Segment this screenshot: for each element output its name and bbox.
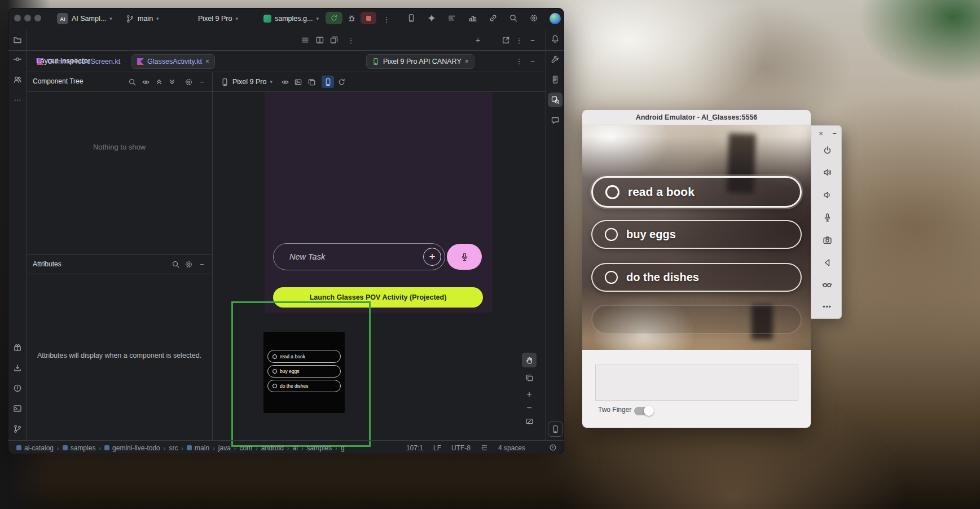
user-avatar[interactable] xyxy=(550,13,561,24)
tree-settings-button[interactable] xyxy=(182,76,195,88)
tree-search-button[interactable] xyxy=(126,76,138,88)
breadcrumb-item[interactable]: ai-catalog xyxy=(16,444,54,452)
window-close-button[interactable] xyxy=(14,15,21,21)
detach-editor-button[interactable] xyxy=(327,33,341,47)
breadcrumb-item[interactable]: src xyxy=(169,444,178,452)
breadcrumb-item[interactable]: samples xyxy=(307,444,332,452)
editor-more-menu[interactable]: ⋮ xyxy=(346,36,355,45)
search-everywhere-button[interactable] xyxy=(507,11,520,25)
notifications-button[interactable] xyxy=(548,32,562,46)
emulator-title-bar[interactable]: Android Emulator - AI_Glasses:5556 xyxy=(582,110,811,125)
layout-inspector-tool-button[interactable] xyxy=(548,93,562,107)
task-pill[interactable]: do the dishes xyxy=(591,263,802,292)
profiler-button[interactable] xyxy=(466,11,480,25)
sdk-install-button[interactable] xyxy=(11,361,24,375)
attributes-search-button[interactable] xyxy=(169,258,182,270)
project-selector[interactable]: AI AI Sampl... ▾ xyxy=(54,11,116,26)
split-editor-button[interactable] xyxy=(313,33,327,47)
radio-circle-icon[interactable] xyxy=(605,228,618,241)
open-in-window-button[interactable] xyxy=(499,33,512,47)
line-separator-widget[interactable]: LF xyxy=(433,444,441,452)
camera-button[interactable] xyxy=(820,232,834,247)
refresh-button[interactable] xyxy=(335,76,348,88)
breadcrumb-item[interactable]: samples xyxy=(63,444,96,452)
gradle-tool-button[interactable] xyxy=(548,52,562,66)
hide-attributes-button[interactable]: − xyxy=(196,258,208,270)
tree-visibility-button[interactable] xyxy=(139,76,152,88)
hide-device-pane-button[interactable]: − xyxy=(528,36,537,45)
device-selector[interactable]: Pixel 9 Pro ▾ xyxy=(195,11,241,26)
emulator-minimize-button[interactable]: − xyxy=(829,128,840,138)
editor-list-button[interactable] xyxy=(298,33,312,47)
volume-down-button[interactable] xyxy=(820,187,834,202)
preview-visibility-button[interactable] xyxy=(279,76,291,88)
radio-circle-icon[interactable] xyxy=(605,185,619,199)
commit-tool-button[interactable] xyxy=(11,52,24,66)
add-task-button[interactable]: + xyxy=(423,248,441,266)
caret-position-widget[interactable]: 107:1 xyxy=(406,444,423,452)
device-manager-button[interactable] xyxy=(405,11,418,25)
indent-widget[interactable]: 4 spaces xyxy=(498,444,525,452)
settings-button[interactable] xyxy=(527,11,540,25)
whats-new-button[interactable] xyxy=(11,341,24,354)
hide-tree-button[interactable]: − xyxy=(196,76,208,88)
vcs-branch-selector[interactable]: main ▾ xyxy=(122,11,162,26)
voice-input-button[interactable] xyxy=(447,244,482,270)
run-config-selector[interactable]: samples.g... ▾ xyxy=(260,11,322,26)
encoding-widget[interactable]: UTF-8 xyxy=(451,444,471,452)
mini-task-pill[interactable]: read a book xyxy=(267,350,341,363)
preview-device-selector[interactable]: Pixel 9 Pro ▾ xyxy=(221,75,273,89)
breadcrumb-item[interactable]: gemini-live-todo xyxy=(104,444,160,452)
zoom-in-button[interactable]: + xyxy=(522,387,537,402)
two-finger-toggle[interactable] xyxy=(634,407,653,415)
task-pill[interactable]: buy eggs xyxy=(591,220,802,249)
breadcrumb-item[interactable]: android xyxy=(261,444,284,452)
running-devices-tool-button[interactable] xyxy=(548,422,563,437)
emulator-screen[interactable]: read a book buy eggs do the dishes xyxy=(582,125,811,350)
attributes-settings-button[interactable] xyxy=(182,258,195,270)
pan-tool-button[interactable] xyxy=(522,353,537,367)
radio-circle-icon[interactable] xyxy=(605,271,618,284)
new-device-tab-button[interactable]: + xyxy=(473,36,482,45)
more-tool-windows-button[interactable]: ⋮ xyxy=(11,93,24,107)
hide-inspector-button[interactable]: − xyxy=(528,56,537,65)
back-button[interactable] xyxy=(820,255,834,270)
debug-button[interactable] xyxy=(347,14,356,23)
error-notifications-button[interactable] xyxy=(548,443,557,452)
glasses-mode-button[interactable] xyxy=(820,277,834,292)
expand-all-button[interactable] xyxy=(153,76,165,88)
emulator-close-button[interactable]: × xyxy=(816,128,826,138)
mini-task-pill[interactable]: buy eggs xyxy=(267,365,341,378)
power-button[interactable] xyxy=(820,143,834,157)
stop-button[interactable] xyxy=(361,12,376,24)
mini-task-pill[interactable]: do the dishes xyxy=(267,380,341,392)
layer-spacing-button[interactable] xyxy=(522,370,537,385)
problems-tool-button[interactable] xyxy=(11,381,24,395)
device-explorer-button[interactable] xyxy=(548,73,562,86)
structure-tool-button[interactable] xyxy=(11,73,24,86)
gemini-assistant-button[interactable] xyxy=(425,11,438,25)
window-minimize-button[interactable] xyxy=(24,15,31,21)
task-pill-focused[interactable]: read a book xyxy=(591,176,802,208)
breadcrumb-item[interactable]: com xyxy=(239,444,252,452)
inspector-more-menu[interactable]: ⋮ xyxy=(515,56,524,65)
new-task-input[interactable]: New Task xyxy=(273,243,445,270)
vcs-tool-button[interactable] xyxy=(11,422,24,436)
breadcrumb-item[interactable]: g xyxy=(341,444,345,452)
breadcrumb-item[interactable]: ai xyxy=(293,444,298,452)
app-insights-button[interactable] xyxy=(486,11,500,25)
live-updates-toggle[interactable] xyxy=(322,76,334,88)
project-tool-button[interactable] xyxy=(11,33,24,47)
breadcrumb-item[interactable]: java xyxy=(218,444,231,452)
device-mirror-screen[interactable]: New Task + Launch Glasses POV Activity (… xyxy=(265,91,493,313)
touchpad-area[interactable] xyxy=(595,365,798,401)
zoom-to-fit-button[interactable] xyxy=(522,414,537,428)
breadcrumb-item[interactable]: main xyxy=(187,444,209,452)
glasses-pov-preview[interactable]: read a book buy eggs do the dishes xyxy=(263,332,345,413)
collapse-all-button[interactable] xyxy=(166,76,178,88)
volume-up-button[interactable] xyxy=(820,165,834,179)
device-pane-more-menu[interactable]: ⋮ xyxy=(515,36,524,45)
logcat-button[interactable] xyxy=(445,11,459,25)
rerun-button[interactable] xyxy=(326,12,342,24)
emulator-more-button[interactable]: ••• xyxy=(820,300,834,314)
